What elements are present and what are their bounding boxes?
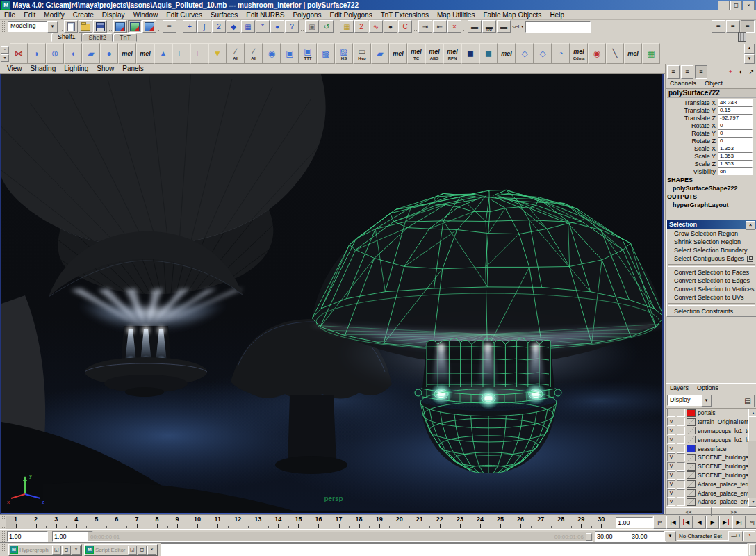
shelf-cubes-dark[interactable]: ◼ xyxy=(461,43,479,64)
channel-value-translate-z[interactable]: -92.797 xyxy=(718,114,753,122)
frame-23[interactable]: 23 xyxy=(450,516,470,529)
new-layer-button[interactable]: ▤ xyxy=(741,395,755,407)
channel-value-rotate-z[interactable]: 0 xyxy=(718,137,753,145)
layer-visibility-toggle[interactable]: V xyxy=(667,436,675,444)
history-point-button[interactable]: ∿ xyxy=(369,20,383,33)
layer-visibility-toggle[interactable]: V xyxy=(667,489,675,498)
toolbar-handle[interactable] xyxy=(335,21,338,32)
frame-29[interactable]: 29 xyxy=(571,516,591,529)
shelf-pin[interactable]: ▼ xyxy=(208,43,227,64)
set-key-button[interactable]: —O xyxy=(728,531,743,541)
go-to-start-button[interactable]: |« xyxy=(653,516,666,529)
menu-item-select-contiguous-edges[interactable]: Select Contiguous Edges xyxy=(667,254,756,263)
layer-color-swatch[interactable] xyxy=(687,418,696,426)
viewport-3d[interactable]: perspxyz xyxy=(0,74,664,514)
layer-color-swatch[interactable] xyxy=(687,471,696,479)
shelf-tab-shelf1[interactable]: Shelf1 xyxy=(51,33,82,42)
miniwindow-script-editor[interactable]: MScript Editor◱◻× xyxy=(84,544,158,556)
frame-14[interactable]: 14 xyxy=(268,516,288,529)
shelf-cone[interactable]: ▲ xyxy=(154,43,172,64)
frame-3[interactable]: 3 xyxy=(46,516,66,529)
frame-10[interactable]: 10 xyxy=(188,516,208,529)
shelf-warped-plane[interactable]: ▰ xyxy=(82,43,100,64)
step-forward-key-button[interactable]: ▶ xyxy=(719,516,732,529)
shelf-quad-1[interactable]: ◇ xyxy=(516,43,534,64)
layers-menu-layers[interactable]: Layers xyxy=(666,384,693,393)
quick-select-input[interactable] xyxy=(525,21,591,33)
history-magnet-button[interactable]: C xyxy=(398,20,412,33)
layer-playback-toggle[interactable] xyxy=(677,409,685,417)
shelf-shell[interactable]: ◖ xyxy=(64,43,82,64)
layer-playback-toggle[interactable] xyxy=(677,453,685,461)
layer-visibility-toggle[interactable]: V xyxy=(667,498,675,506)
menu-create[interactable]: Create xyxy=(69,11,98,19)
scrollbar-thumb[interactable] xyxy=(748,416,756,441)
save-scene-button[interactable] xyxy=(93,20,107,33)
toolbar-handle[interactable] xyxy=(1,516,5,529)
menu-window[interactable]: Window xyxy=(129,11,163,19)
frame-1[interactable]: 1 xyxy=(6,516,26,529)
layers-menu-options[interactable]: Options xyxy=(693,384,723,393)
panel-menu-view[interactable]: View xyxy=(3,65,26,73)
shelf-quad-2[interactable]: ◇ xyxy=(534,43,552,64)
maximize-icon[interactable]: ◻ xyxy=(138,546,147,555)
layer-row[interactable]: Vseasurface xyxy=(666,444,756,453)
layer-row[interactable]: VAdaros_palace_envm xyxy=(666,498,756,507)
shelf-scroll-down-icon[interactable]: ▼ xyxy=(744,54,755,64)
shelf-mel-rpn[interactable]: melRPN xyxy=(443,43,461,64)
frame-13[interactable]: 13 xyxy=(248,516,268,529)
layers-scrollbar[interactable]: ▲ ▼ xyxy=(748,409,756,507)
shelf-mel-4[interactable]: mel xyxy=(498,43,516,64)
menu-edit-curves[interactable]: Edit Curves xyxy=(162,11,206,19)
layer-name[interactable]: SECENE_buildings_e xyxy=(696,463,755,470)
shelf-sphere-axis[interactable]: ◔ xyxy=(552,43,570,64)
shelf-circled-spheres[interactable]: ◉ xyxy=(263,43,281,64)
channel-layout-2-icon[interactable]: ≡ xyxy=(681,65,693,79)
layer-color-swatch[interactable] xyxy=(687,480,696,488)
select-hierarchy-button[interactable] xyxy=(113,20,127,33)
toolbar-handle[interactable] xyxy=(1,20,5,33)
output-name[interactable]: hyperGraphLayout xyxy=(666,200,756,208)
play-backwards-button[interactable]: ◀ xyxy=(693,516,706,529)
channel-value-visibility[interactable]: on xyxy=(718,167,753,175)
snap-view-button[interactable]: ▦ xyxy=(241,20,255,33)
layer-row[interactable]: VAdaros_palace_terrai xyxy=(666,480,756,489)
layer-visibility-toggle[interactable]: V xyxy=(667,480,675,489)
layer-row[interactable]: Vterrain_OriginalTerrain xyxy=(666,418,756,427)
menu-surfaces[interactable]: Surfaces xyxy=(206,11,242,19)
shelf-hyp[interactable]: ▭Hyp xyxy=(353,43,371,64)
maximize-icon[interactable]: ◻ xyxy=(62,546,71,555)
play-forwards-button[interactable]: ▶ xyxy=(706,516,719,529)
open-scene-button[interactable] xyxy=(79,20,92,33)
shelf-panel-hs[interactable]: ▨HS xyxy=(335,43,353,64)
snap-plane-button[interactable]: ◆ xyxy=(227,20,240,33)
layer-playback-toggle[interactable] xyxy=(677,462,685,471)
chevron-down-icon[interactable]: ▼ xyxy=(47,21,58,33)
panel-menu-panels[interactable]: Panels xyxy=(118,65,148,73)
frame-22[interactable]: 22 xyxy=(429,516,450,529)
toolbar-handle[interactable] xyxy=(178,21,181,32)
layer-name[interactable]: envmapcups_lo1_laye xyxy=(696,436,756,443)
history-grid-button[interactable]: ▦ xyxy=(340,20,354,33)
layer-visibility-toggle[interactable] xyxy=(667,409,675,417)
make-live-button[interactable]: * xyxy=(256,20,270,33)
frame-5[interactable]: 5 xyxy=(86,516,106,529)
layer-name[interactable]: Adaros_palace_terrai xyxy=(696,481,754,488)
minimize-button[interactable]: _ xyxy=(718,1,730,10)
toolbar-handle[interactable] xyxy=(300,21,304,32)
panel-menu-shading[interactable]: Shading xyxy=(26,65,60,73)
miniwindow-hypergraph[interactable]: MHypergraph◱◻× xyxy=(8,544,82,556)
frame-25[interactable]: 25 xyxy=(491,516,511,529)
shelf-sphere[interactable]: ● xyxy=(100,43,118,64)
channel-layout-3-icon[interactable]: ≡ xyxy=(695,65,707,79)
panel-menu-show[interactable]: Show xyxy=(92,65,118,73)
playback-end-field[interactable] xyxy=(595,531,631,542)
select-arrow-icon[interactable]: ↗ xyxy=(746,66,756,77)
menu-display[interactable]: Display xyxy=(98,11,129,19)
shelf-brush[interactable]: ╲ xyxy=(606,43,624,64)
frame-28[interactable]: 28 xyxy=(551,516,571,529)
shelf-mel-tc[interactable]: melTC xyxy=(407,43,425,64)
channel-value-scale-x[interactable]: 1.353 xyxy=(718,145,753,152)
channel-object-name[interactable]: polySurface722 xyxy=(667,89,756,98)
new-scene-button[interactable] xyxy=(64,20,78,33)
